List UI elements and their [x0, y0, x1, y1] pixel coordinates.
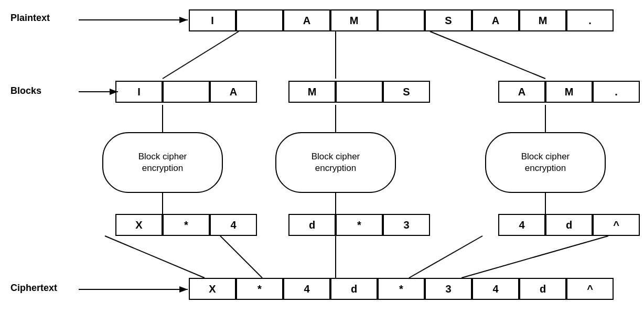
svg-line-17 — [461, 236, 608, 278]
plaintext-cell-3: M — [330, 9, 378, 31]
cipher-cell-7: d — [519, 278, 566, 300]
plaintext-cell-7: M — [519, 9, 566, 31]
enc1-cell-0: X — [115, 214, 163, 236]
block1-cell-2: A — [210, 81, 257, 103]
plaintext-label: Plaintext — [10, 13, 50, 24]
plaintext-cell-0: I — [189, 9, 236, 31]
block1-cell-0: I — [115, 81, 163, 103]
cipher-cell-2: 4 — [283, 278, 330, 300]
enc2-cell-2: 3 — [383, 214, 430, 236]
enc3-cell-2: ^ — [593, 214, 640, 236]
svg-line-4 — [163, 31, 239, 79]
cipher-oval-2: Block cipherencryption — [275, 132, 396, 193]
cipher-cell-0: X — [189, 278, 236, 300]
svg-line-6 — [430, 31, 545, 79]
cipher-cell-6: 4 — [472, 278, 519, 300]
plaintext-cell-2: A — [283, 9, 330, 31]
cipher-oval-1: Block cipherencryption — [102, 132, 223, 193]
cipher-cell-1: * — [236, 278, 283, 300]
block2-cell-2: S — [383, 81, 430, 103]
block3-cell-0: A — [498, 81, 545, 103]
cipher-cell-5: 3 — [425, 278, 472, 300]
diagram: Plaintext Blocks Ciphertext I A M S A M … — [0, 0, 644, 324]
plaintext-cell-8: . — [566, 9, 614, 31]
plaintext-cell-5: S — [425, 9, 472, 31]
svg-line-14 — [105, 236, 205, 278]
ciphertext-label: Ciphertext — [10, 283, 57, 294]
enc3-cell-1: d — [545, 214, 593, 236]
enc3-cell-0: 4 — [498, 214, 545, 236]
svg-line-16 — [409, 236, 482, 278]
block2-cell-0: M — [288, 81, 336, 103]
plaintext-cell-1 — [236, 9, 283, 31]
block2-cell-1 — [336, 81, 383, 103]
plaintext-cell-6: A — [472, 9, 519, 31]
enc1-cell-1: * — [163, 214, 210, 236]
block3-cell-2: . — [593, 81, 640, 103]
cipher-cell-8: ^ — [566, 278, 614, 300]
enc1-cell-2: 4 — [210, 214, 257, 236]
enc2-cell-1: * — [336, 214, 383, 236]
block1-cell-1 — [163, 81, 210, 103]
cipher-cell-3: d — [330, 278, 378, 300]
cipher-cell-4: * — [378, 278, 425, 300]
block3-cell-1: M — [545, 81, 593, 103]
svg-line-13 — [220, 236, 262, 278]
cipher-oval-3: Block cipherencryption — [485, 132, 606, 193]
plaintext-cell-4 — [378, 9, 425, 31]
enc2-cell-0: d — [288, 214, 336, 236]
blocks-label: Blocks — [10, 85, 41, 96]
